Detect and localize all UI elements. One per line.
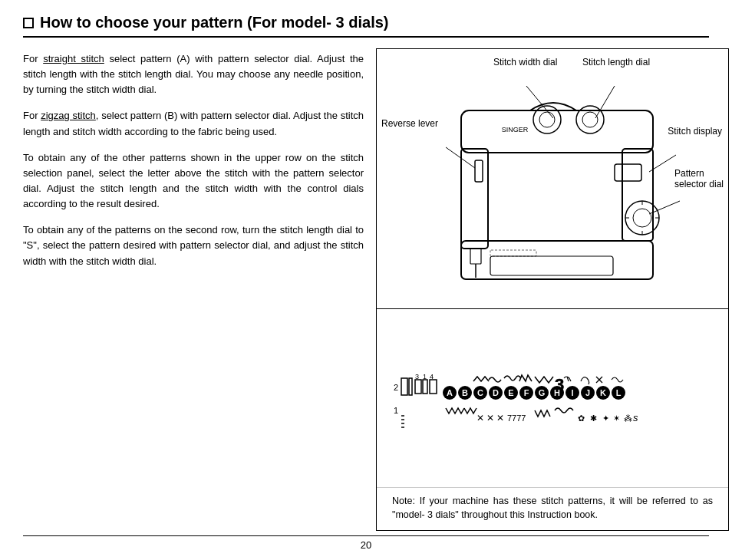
svg-text:A: A (447, 388, 453, 397)
svg-rect-29 (409, 378, 412, 395)
patterns-area: 2 1 3 1 4 A (377, 309, 728, 487)
sewing-machine-svg: SINGER (377, 64, 699, 309)
paragraph-straight-stitch: For straight stitch select pattern (A) w… (23, 51, 364, 97)
content-area: For straight stitch select pattern (A) w… (23, 48, 709, 531)
svg-text:✕: ✕ (496, 413, 504, 423)
page-number: 20 (23, 535, 709, 551)
checkbox-icon (23, 18, 34, 28)
note-area: Note: If your machine has these stitch p… (377, 487, 728, 531)
page-title: How to choose your pattern (For model- 3… (23, 14, 709, 38)
svg-rect-8 (622, 149, 653, 241)
paragraph-other-patterns: To obtain any of the other patterns show… (23, 150, 364, 212)
svg-rect-25 (490, 256, 613, 275)
svg-rect-23 (615, 164, 641, 181)
svg-rect-5 (461, 110, 653, 153)
svg-text:B: B (462, 388, 468, 397)
note-text: Note: If your machine has these stitch p… (392, 496, 713, 521)
paragraph-zigzag-stitch: For zigzag stitch, select pattern (B) wi… (23, 108, 364, 139)
svg-line-0 (526, 86, 553, 118)
svg-point-10 (539, 112, 555, 127)
svg-text:✱: ✱ (590, 413, 597, 423)
svg-point-18 (633, 209, 651, 227)
diagram-box: Stitch width dial Stitch length dial Rev… (376, 48, 729, 309)
svg-text:SINGER: SINGER (502, 126, 529, 133)
svg-text:✿: ✿ (578, 413, 585, 423)
svg-rect-14 (475, 160, 483, 182)
svg-rect-33 (423, 380, 427, 394)
svg-text:J: J (585, 388, 590, 397)
stitch-patterns-svg: 2 1 3 1 4 A (387, 358, 717, 443)
svg-text:F: F (524, 388, 529, 397)
svg-text:7777: 7777 (507, 413, 526, 423)
svg-rect-31 (415, 380, 421, 394)
svg-rect-15 (470, 249, 481, 264)
svg-text:D: D (493, 388, 499, 397)
svg-point-17 (625, 201, 659, 235)
paragraph-second-row: To obtain any of the patterns on the sec… (23, 222, 364, 268)
svg-text:⁂: ⁂ (624, 413, 632, 423)
svg-text:✕: ✕ (486, 413, 494, 423)
page: How to choose your pattern (For model- 3… (0, 0, 732, 560)
svg-rect-28 (401, 378, 407, 395)
svg-text:I: I (571, 388, 573, 397)
svg-text:✦: ✦ (602, 413, 609, 423)
svg-text:E: E (508, 388, 513, 397)
straight-stitch-link: straight stitch (43, 53, 104, 64)
pattern-box: 2 1 3 1 4 A (376, 309, 729, 531)
svg-text:K: K (600, 388, 606, 397)
svg-text:✶: ✶ (613, 413, 620, 423)
svg-text:H: H (554, 388, 560, 397)
zigzag-stitch-link: zigzag stitch (41, 110, 96, 121)
machine-diagram: Stitch width dial Stitch length dial Rev… (377, 49, 728, 308)
svg-text:G: G (539, 388, 546, 397)
svg-text:✕: ✕ (476, 413, 484, 423)
svg-text:2: 2 (394, 383, 398, 392)
svg-text:C: C (477, 388, 483, 397)
right-panel: Stitch width dial Stitch length dial Rev… (376, 48, 729, 531)
svg-line-1 (595, 86, 615, 118)
svg-rect-35 (430, 380, 437, 394)
svg-rect-24 (490, 250, 536, 256)
svg-text:s: s (633, 412, 638, 423)
left-panel: For straight stitch select pattern (A) w… (23, 48, 376, 531)
svg-text:L: L (616, 388, 622, 397)
svg-text:1: 1 (394, 406, 398, 415)
svg-point-12 (582, 112, 598, 127)
